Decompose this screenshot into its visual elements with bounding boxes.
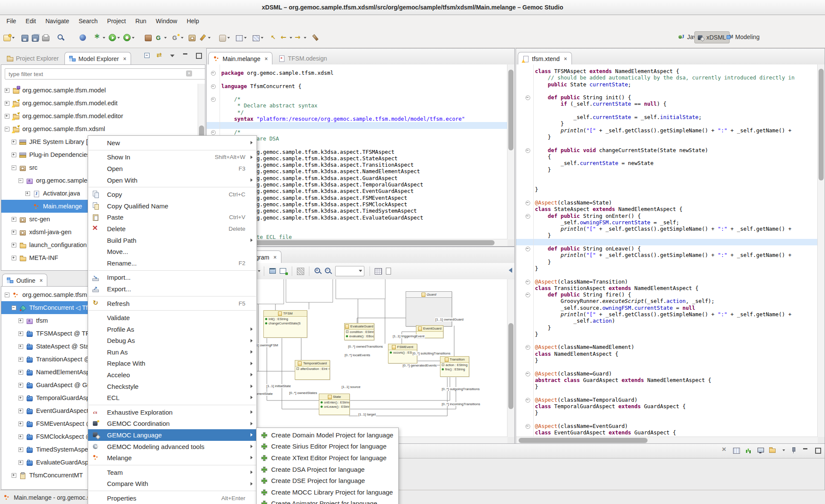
forward-icon[interactable] (295, 34, 302, 42)
close-tab-icon[interactable]: × (564, 56, 567, 61)
tree-item[interactable]: org.gemoc.sample.tfsm.model.editor (1, 110, 198, 122)
close-tab-icon[interactable]: × (265, 56, 268, 61)
expander-icon[interactable] (18, 460, 23, 465)
context-menu-item-melange[interactable]: Melange (88, 452, 257, 464)
minimize-icon[interactable] (802, 447, 809, 453)
diagram-container-box[interactable] (286, 279, 333, 302)
fold-marker-icon[interactable] (526, 345, 530, 350)
context-menu-item-delete[interactable]: DeleteDelete (88, 223, 257, 235)
close-tab-icon[interactable]: × (40, 278, 43, 283)
generate-code-dropdown-icon[interactable] (164, 37, 167, 39)
remove-icon[interactable] (721, 447, 728, 454)
class-box-tfsm[interactable]: TFSMinit() : EStringchangeCurrentState(S (263, 310, 307, 338)
expander-icon[interactable] (18, 178, 23, 183)
save-all-icon[interactable] (32, 35, 39, 42)
maximize-icon[interactable] (195, 52, 202, 58)
format-tool-icon[interactable] (219, 35, 226, 42)
perspective-modeling-button[interactable]: Modeling (724, 31, 763, 43)
page-setup-icon[interactable] (385, 267, 392, 275)
submenu-item-create-sirius-editor-project-for-language[interactable]: Create Sirius Editor Project for languag… (257, 441, 398, 452)
context-menu-item-open-with[interactable]: Open With (88, 174, 257, 186)
expander-icon[interactable] (5, 293, 9, 297)
run-tool-icon[interactable] (312, 34, 319, 42)
expander-icon[interactable] (12, 473, 16, 478)
context-menu-item-acceleo[interactable]: Acceleo (88, 369, 257, 381)
new-wizard-icon[interactable] (3, 35, 11, 41)
print-icon[interactable] (42, 36, 49, 41)
javadoc-icon[interactable] (199, 34, 207, 42)
context-menu-item-run-as[interactable]: Run As (88, 346, 257, 358)
diagram-container-box[interactable] (336, 279, 385, 299)
class-box-evaluateguard[interactable]: EvaluateGuardcondition : EStringevaluate… (344, 323, 374, 340)
class-box-state[interactable]: StateonEnter() : EStringonLeave() : EStr… (319, 394, 350, 415)
context-menu-item-gemoc-modeling-advanced-tools[interactable]: GEMOC Modeling advanced tools (88, 441, 257, 452)
annotations-dropdown-icon[interactable] (261, 37, 263, 39)
run-dropdown-icon[interactable] (117, 37, 120, 39)
context-menu-item-open[interactable]: OpenF3 (88, 163, 257, 174)
context-menu-item-exhaustive-exploration[interactable]: Exhaustive Exploration (88, 406, 257, 418)
clear-filter-icon[interactable]: × (186, 70, 192, 76)
expander-icon[interactable] (18, 447, 23, 452)
new-ecore-model-dropdown-icon[interactable] (181, 37, 183, 39)
menu-navigate[interactable]: Navigate (41, 15, 74, 27)
xtend-vscrollbar[interactable] (817, 64, 825, 437)
coverage-icon[interactable] (123, 34, 131, 41)
diagram-vscrollbar[interactable] (507, 279, 514, 437)
external-tools-dropdown-icon[interactable] (103, 37, 105, 39)
zoom-level-select[interactable] (335, 266, 364, 276)
context-menu-item-export-[interactable]: Export... (88, 283, 257, 295)
debug-sphere-icon[interactable] (79, 34, 86, 41)
tab-outline[interactable]: Outline× (2, 274, 47, 287)
fold-marker-icon[interactable] (211, 130, 216, 135)
tree-item[interactable]: org.gemoc.sample.tfsm.model.edit (1, 97, 198, 110)
menu-run[interactable]: Run (131, 15, 151, 27)
expander-icon[interactable] (18, 318, 23, 323)
display-icon[interactable] (757, 447, 764, 454)
menu-file[interactable]: File (2, 15, 21, 27)
class-box-transition[interactable]: Transitionaction : EStringfire() : EStri… (440, 356, 469, 377)
context-menu-item-show-in[interactable]: Show InShift+Alt+W (88, 152, 257, 163)
link-with-editor-icon[interactable] (156, 52, 163, 58)
filter-dropdown-icon[interactable] (258, 270, 260, 272)
context-menu-item-ecl[interactable]: ECL (88, 392, 257, 403)
expander-icon[interactable] (12, 230, 16, 235)
fold-marker-icon[interactable] (526, 201, 530, 205)
back-icon[interactable] (281, 34, 288, 42)
open-console-icon[interactable] (769, 447, 776, 454)
expander-icon[interactable] (12, 256, 16, 260)
editor-tab-tfsm-xtend[interactable]: tfsm.xtend× (518, 52, 572, 65)
external-tools-icon[interactable] (94, 34, 101, 42)
submenu-item-create-dse-project-for-language[interactable]: Create DSE Project for language (257, 475, 398, 486)
fold-marker-icon[interactable] (526, 372, 530, 376)
fold-marker-icon[interactable] (526, 95, 530, 100)
back-dropdown-icon[interactable] (290, 37, 292, 39)
context-menu-item-gemoc-language[interactable]: GEMOC Language (88, 429, 257, 441)
context-menu-item-profile-as[interactable]: Profile As (88, 324, 257, 335)
javadoc-dropdown-icon[interactable] (208, 37, 211, 39)
generate-code-icon[interactable] (155, 34, 163, 42)
context-menu-item-copy-qualified-name[interactable]: Copy Qualified Name (88, 200, 257, 212)
menu-help[interactable]: Help (182, 15, 204, 27)
context-menu-item-properties[interactable]: PropertiesAlt+Enter (88, 492, 257, 504)
fold-marker-icon[interactable] (526, 280, 530, 284)
fold-marker-icon[interactable] (526, 214, 530, 219)
expander-icon[interactable] (18, 383, 23, 388)
context-menu-item-validate[interactable]: Validate (88, 312, 257, 324)
grid-icon[interactable] (375, 268, 382, 275)
expander-icon[interactable] (12, 243, 16, 247)
menu-edit[interactable]: Edit (21, 15, 41, 27)
fold-marker-icon[interactable] (526, 148, 530, 153)
expander-icon[interactable] (12, 153, 16, 157)
context-menu-item-rename-[interactable]: Rename...F2 (88, 257, 257, 269)
annotations-icon[interactable] (253, 35, 260, 41)
expander-icon[interactable] (12, 140, 16, 144)
close-tab-icon[interactable]: × (274, 255, 277, 260)
grid-view-icon[interactable] (236, 35, 243, 41)
tree-item[interactable]: org.gemoc.sample.tfsm.model (1, 84, 198, 97)
expander-icon[interactable] (12, 165, 16, 170)
new-representation-icon[interactable] (279, 267, 287, 275)
fold-marker-icon[interactable] (526, 424, 530, 429)
context-menu-item-gemoc-coordination[interactable]: GEMOC Coordination (88, 418, 257, 430)
last-edit-location-icon[interactable] (270, 34, 278, 42)
fold-marker-icon[interactable] (526, 398, 530, 403)
